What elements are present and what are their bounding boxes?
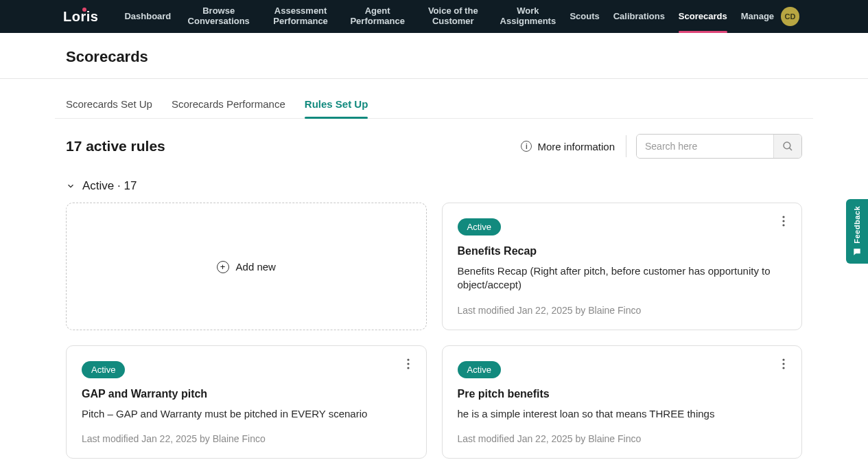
status-badge: Active xyxy=(458,361,501,378)
rule-description: Benefits Recap (Right after pitch, befor… xyxy=(458,264,787,292)
nav-scouts[interactable]: Scouts xyxy=(563,0,606,33)
kebab-icon xyxy=(407,358,410,369)
search-box xyxy=(636,134,802,159)
tab-scorecards-setup[interactable]: Scorecards Set Up xyxy=(66,91,152,118)
nav-voice-of-customer[interactable]: Voice of the Customer xyxy=(413,0,493,33)
svg-point-0 xyxy=(784,142,790,149)
card-menu-button[interactable] xyxy=(401,357,415,371)
brand-dot-icon xyxy=(82,8,86,12)
rule-card[interactable]: Active Pre pitch benefits he is a simple… xyxy=(442,345,803,459)
section-active-toggle[interactable]: Active · 17 xyxy=(55,159,813,203)
svg-point-9 xyxy=(782,363,784,365)
svg-point-2 xyxy=(782,216,784,218)
page: Scorecards Scorecards Set Up Scorecards … xyxy=(0,33,868,460)
nav-items: Dashboard Browse Conversations Assessmen… xyxy=(117,0,781,33)
subtabs: Scorecards Set Up Scorecards Performance… xyxy=(55,79,813,119)
feedback-tab[interactable]: Feedback xyxy=(846,199,868,264)
rule-title: Pre pitch benefits xyxy=(458,388,787,400)
rule-title: GAP and Warranty pitch xyxy=(82,388,411,400)
chevron-down-icon xyxy=(66,181,75,191)
tab-rules-setup[interactable]: Rules Set Up xyxy=(305,91,368,118)
more-information-link[interactable]: i More information xyxy=(521,135,626,157)
nav-work-assignments[interactable]: Work Assignments xyxy=(493,0,563,33)
feedback-label: Feedback xyxy=(853,206,861,244)
rule-title: Benefits Recap xyxy=(458,245,787,257)
user-avatar[interactable]: CD xyxy=(781,7,799,26)
rule-description: Pitch – GAP and Warranty must be pitched… xyxy=(82,407,411,421)
top-nav: Loris Dashboard Browse Conversations Ass… xyxy=(0,0,868,33)
rule-cards-grid: + Add new Active Benefits Recap Benefits… xyxy=(55,203,813,459)
nav-browse-conversations[interactable]: Browse Conversations xyxy=(178,0,259,33)
brand-logo[interactable]: Loris xyxy=(63,9,98,25)
svg-point-8 xyxy=(782,358,784,360)
page-title: Scorecards xyxy=(55,33,813,78)
nav-dashboard[interactable]: Dashboard xyxy=(117,0,178,33)
search-input[interactable] xyxy=(637,135,773,158)
rule-meta: Last modified Jan 22, 2025 by Blaine Fin… xyxy=(458,433,787,444)
brand-name: Loris xyxy=(63,9,98,25)
nav-assessment-performance[interactable]: Assessment Performance xyxy=(259,0,342,33)
tab-scorecards-performance[interactable]: Scorecards Performance xyxy=(172,91,285,118)
search-button[interactable] xyxy=(773,135,801,158)
svg-point-10 xyxy=(782,367,784,369)
chat-bubble-icon xyxy=(852,247,862,257)
nav-agent-performance[interactable]: Agent Performance xyxy=(342,0,413,33)
nav-calibrations[interactable]: Calibrations xyxy=(607,0,672,33)
plus-circle-icon: + xyxy=(217,261,229,273)
card-menu-button[interactable] xyxy=(777,357,790,371)
rule-card[interactable]: Active GAP and Warranty pitch Pitch – GA… xyxy=(66,345,427,459)
toolbar: 17 active rules i More information xyxy=(55,119,813,159)
status-badge: Active xyxy=(82,361,125,378)
info-icon: i xyxy=(521,141,532,152)
search-icon xyxy=(782,140,794,152)
svg-point-6 xyxy=(407,363,409,365)
rule-card[interactable]: Active Benefits Recap Benefits Recap (Ri… xyxy=(442,203,803,330)
rule-meta: Last modified Jan 22, 2025 by Blaine Fin… xyxy=(82,433,411,444)
add-new-label: Add new xyxy=(236,261,276,273)
svg-line-1 xyxy=(789,148,792,150)
rule-description: he is a simple interest loan so that mea… xyxy=(458,407,787,421)
nav-scorecards[interactable]: Scorecards xyxy=(672,0,734,33)
svg-point-5 xyxy=(407,358,409,360)
card-menu-button[interactable] xyxy=(777,214,790,228)
nav-manage[interactable]: Manage xyxy=(734,0,781,33)
add-new-rule-card[interactable]: + Add new xyxy=(66,203,427,330)
section-active-label: Active · 17 xyxy=(82,179,137,193)
svg-point-7 xyxy=(407,367,409,369)
more-information-label: More information xyxy=(537,141,615,152)
active-rule-count: 17 active rules xyxy=(66,138,165,154)
rule-meta: Last modified Jan 22, 2025 by Blaine Fin… xyxy=(458,305,787,316)
svg-point-3 xyxy=(782,220,784,222)
kebab-icon xyxy=(782,358,785,369)
status-badge: Active xyxy=(458,218,501,235)
kebab-icon xyxy=(782,216,785,227)
svg-point-4 xyxy=(782,224,784,226)
